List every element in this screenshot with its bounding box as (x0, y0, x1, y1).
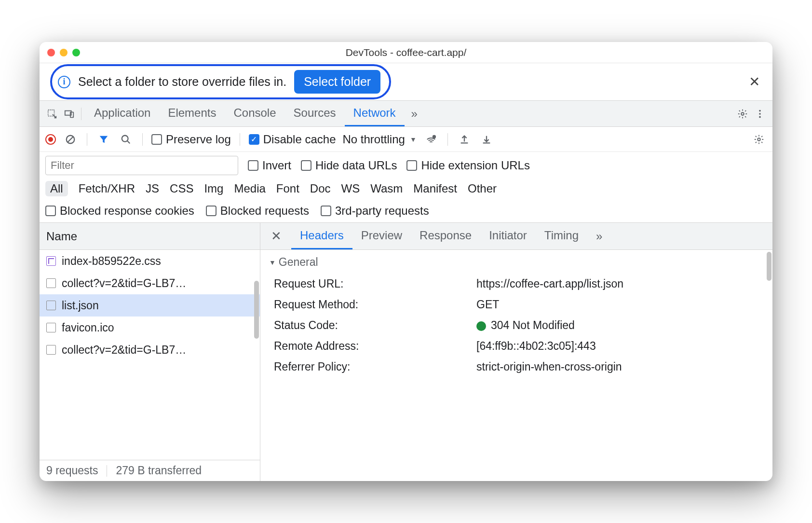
invert-checkbox[interactable]: Invert (248, 159, 291, 172)
tab-elements[interactable]: Elements (159, 101, 225, 126)
request-row[interactable]: collect?v=2&tid=G-LB7… (40, 339, 260, 361)
restype-font[interactable]: Font (276, 182, 299, 195)
export-har-icon[interactable] (457, 132, 472, 147)
device-toolbar-icon[interactable] (62, 106, 77, 122)
request-count: 9 requests (46, 464, 98, 477)
tab-console[interactable]: Console (225, 101, 284, 126)
import-har-icon[interactable] (479, 132, 494, 147)
doc-file-icon (46, 278, 56, 288)
close-infobar-button[interactable]: ✕ (749, 74, 760, 90)
restype-css[interactable]: CSS (170, 182, 193, 195)
doc-file-icon (46, 323, 56, 332)
kv-value: strict-origin-when-cross-origin (476, 360, 622, 373)
more-filters-row: Blocked response cookies Blocked request… (40, 201, 772, 223)
general-kv-row: Request URL:https://coffee-cart.app/list… (269, 274, 764, 294)
record-button[interactable] (45, 134, 56, 145)
svg-point-3 (741, 112, 744, 115)
request-row[interactable]: favicon.ico (40, 317, 260, 339)
close-detail-button[interactable]: ✕ (265, 229, 287, 244)
request-row[interactable]: index-b859522e.css (40, 250, 260, 272)
restype-all[interactable]: All (45, 181, 68, 196)
detail-tab-response[interactable]: Response (411, 223, 480, 249)
hide-data-urls-checkbox[interactable]: Hide data URLs (301, 159, 397, 172)
scrollbar[interactable] (767, 252, 771, 281)
network-toolbar: Preserve log ✓Disable cache No throttlin… (40, 127, 772, 152)
detail-tab-headers[interactable]: Headers (291, 223, 352, 249)
tab-sources[interactable]: Sources (285, 101, 345, 126)
general-kv-row: Remote Address:[64:ff9b::4b02:3c05]:443 (269, 336, 764, 357)
general-section: ▼ General Request URL:https://coffee-car… (260, 250, 772, 386)
detail-tab-timing[interactable]: Timing (536, 223, 587, 249)
network-settings-icon[interactable] (751, 132, 767, 147)
throttling-dropdown[interactable]: No throttling ▼ (342, 133, 416, 146)
restype-media[interactable]: Media (234, 182, 265, 195)
request-list-pane: Name index-b859522e.csscollect?v=2&tid=G… (40, 223, 260, 481)
preserve-log-checkbox[interactable]: Preserve log (151, 133, 231, 146)
kv-key: Request Method: (274, 298, 476, 311)
blocked-cookies-label: Blocked response cookies (60, 204, 194, 218)
filter-input[interactable] (45, 156, 238, 175)
restype-other[interactable]: Other (468, 182, 497, 195)
settings-icon[interactable] (735, 106, 750, 122)
infobar-text: Select a folder to store override files … (78, 75, 286, 89)
more-tabs-button[interactable]: » (406, 107, 422, 121)
restype-wasm[interactable]: Wasm (370, 182, 403, 195)
scrollbar[interactable] (254, 281, 259, 339)
titlebar: DevTools - coffee-cart.app/ (40, 42, 772, 63)
resource-type-row: AllFetch/XHRJSCSSImgMediaFontDocWSWasmMa… (40, 179, 772, 201)
hide-data-label: Hide data URLs (315, 159, 397, 172)
divider (107, 465, 107, 477)
request-row[interactable]: list.json (40, 294, 260, 317)
filter-toggle-icon[interactable] (96, 132, 111, 147)
detail-tab-preview[interactable]: Preview (352, 223, 411, 249)
maximize-window-button[interactable] (72, 49, 80, 56)
close-window-button[interactable] (47, 49, 55, 56)
tab-application[interactable]: Application (85, 101, 159, 126)
minimize-window-button[interactable] (60, 49, 68, 56)
request-row[interactable]: collect?v=2&tid=G-LB7… (40, 272, 260, 294)
kv-key: Status Code: (274, 319, 476, 332)
divider (142, 133, 143, 146)
network-conditions-icon[interactable] (423, 132, 439, 147)
restype-img[interactable]: Img (204, 182, 223, 195)
window-title: DevTools - coffee-cart.app/ (47, 47, 765, 58)
tab-network[interactable]: Network (345, 101, 405, 126)
request-name: collect?v=2&tid=G-LB7… (62, 277, 186, 290)
kebab-menu-icon[interactable] (752, 106, 768, 122)
disable-cache-checkbox[interactable]: ✓Disable cache (249, 133, 336, 146)
svg-point-6 (759, 116, 761, 118)
blocked-requests-checkbox[interactable]: Blocked requests (206, 204, 309, 218)
request-name: list.json (62, 299, 99, 312)
restype-manifest[interactable]: Manifest (413, 182, 457, 195)
restype-ws[interactable]: WS (341, 182, 360, 195)
search-icon[interactable] (118, 132, 134, 147)
request-name: collect?v=2&tid=G-LB7… (62, 344, 186, 357)
svg-point-11 (433, 135, 435, 138)
divider (87, 133, 87, 146)
divider (447, 133, 448, 146)
restype-js[interactable]: JS (146, 182, 159, 195)
doc-file-icon (46, 301, 56, 310)
clear-button[interactable] (63, 132, 78, 147)
divider (81, 108, 81, 120)
divider (240, 133, 240, 146)
kv-key: Request URL: (274, 277, 476, 290)
css-file-icon (46, 256, 56, 266)
inspect-element-icon[interactable] (44, 106, 60, 122)
name-column-header[interactable]: Name (40, 223, 260, 250)
restype-doc[interactable]: Doc (310, 182, 331, 195)
window-controls (47, 49, 80, 56)
hide-extension-urls-checkbox[interactable]: Hide extension URLs (406, 159, 529, 172)
third-party-checkbox[interactable]: 3rd-party requests (321, 204, 429, 218)
kv-value: [64:ff9b::4b02:3c05]:443 (476, 340, 596, 353)
infobar-highlighted: i Select a folder to store override file… (50, 64, 391, 99)
blocked-req-label: Blocked requests (220, 204, 309, 218)
select-folder-button[interactable]: Select folder (294, 70, 380, 94)
blocked-cookies-checkbox[interactable]: Blocked response cookies (45, 204, 194, 218)
detail-tab-initiator[interactable]: Initiator (480, 223, 536, 249)
general-toggle[interactable]: ▼ General (269, 256, 764, 269)
request-list: index-b859522e.csscollect?v=2&tid=G-LB7…… (40, 250, 260, 460)
more-detail-tabs[interactable]: » (591, 230, 607, 243)
override-infobar: i Select a folder to store override file… (40, 63, 772, 101)
restype-fetch-xhr[interactable]: Fetch/XHR (79, 182, 135, 195)
